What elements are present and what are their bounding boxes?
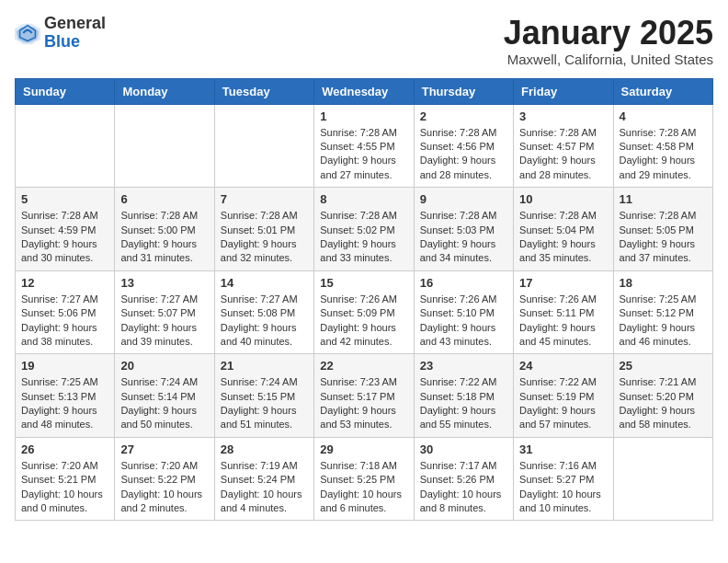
- cell-content: Sunrise: 7:28 AM Sunset: 4:59 PM Dayligh…: [21, 209, 108, 266]
- day-number: 30: [420, 442, 507, 456]
- calendar-cell: [214, 104, 313, 188]
- cell-content: Sunrise: 7:16 AM Sunset: 5:27 PM Dayligh…: [519, 459, 607, 516]
- calendar-cell: [613, 437, 712, 521]
- day-number: 10: [519, 192, 607, 206]
- calendar-cell: 27Sunrise: 7:20 AM Sunset: 5:22 PM Dayli…: [115, 437, 214, 521]
- calendar-cell: 9Sunrise: 7:28 AM Sunset: 5:03 PM Daylig…: [414, 188, 513, 271]
- day-number: 6: [120, 192, 208, 206]
- day-number: 28: [221, 442, 308, 456]
- calendar-cell: 7Sunrise: 7:28 AM Sunset: 5:01 PM Daylig…: [214, 188, 313, 271]
- cell-content: Sunrise: 7:27 AM Sunset: 5:07 PM Dayligh…: [120, 293, 208, 350]
- calendar-cell: 28Sunrise: 7:19 AM Sunset: 5:24 PM Dayli…: [214, 437, 313, 521]
- cell-content: Sunrise: 7:28 AM Sunset: 4:58 PM Dayligh…: [620, 126, 707, 183]
- calendar-cell: 21Sunrise: 7:24 AM Sunset: 5:15 PM Dayli…: [214, 354, 313, 438]
- cell-content: Sunrise: 7:25 AM Sunset: 5:13 PM Dayligh…: [21, 375, 108, 432]
- day-number: 11: [620, 192, 707, 206]
- weekday-header-friday: Friday: [514, 78, 613, 104]
- day-number: 29: [320, 442, 407, 456]
- weekday-header-thursday: Thursday: [414, 78, 513, 104]
- day-number: 20: [120, 359, 208, 373]
- day-number: 14: [221, 276, 308, 290]
- cell-content: Sunrise: 7:22 AM Sunset: 5:18 PM Dayligh…: [420, 375, 507, 432]
- day-number: 31: [519, 442, 607, 456]
- day-number: 8: [320, 192, 407, 206]
- calendar-cell: 18Sunrise: 7:25 AM Sunset: 5:12 PM Dayli…: [613, 270, 712, 354]
- day-number: 25: [620, 359, 707, 373]
- day-number: 16: [420, 276, 507, 290]
- cell-content: Sunrise: 7:26 AM Sunset: 5:09 PM Dayligh…: [320, 293, 407, 350]
- cell-content: Sunrise: 7:17 AM Sunset: 5:26 PM Dayligh…: [420, 459, 507, 516]
- cell-content: Sunrise: 7:19 AM Sunset: 5:24 PM Dayligh…: [221, 459, 308, 516]
- calendar-cell: 30Sunrise: 7:17 AM Sunset: 5:26 PM Dayli…: [414, 437, 513, 521]
- weekday-header-monday: Monday: [115, 78, 214, 104]
- day-number: 15: [320, 276, 407, 290]
- day-number: 27: [120, 442, 208, 456]
- calendar-cell: 5Sunrise: 7:28 AM Sunset: 4:59 PM Daylig…: [16, 188, 115, 271]
- logo-icon: [15, 20, 40, 46]
- day-number: 26: [21, 442, 108, 456]
- day-number: 22: [320, 359, 407, 373]
- cell-content: Sunrise: 7:24 AM Sunset: 5:14 PM Dayligh…: [120, 375, 208, 432]
- cell-content: Sunrise: 7:26 AM Sunset: 5:10 PM Dayligh…: [420, 293, 507, 350]
- day-number: 24: [519, 359, 607, 373]
- weekday-header-wednesday: Wednesday: [314, 78, 414, 104]
- calendar-cell: 12Sunrise: 7:27 AM Sunset: 5:06 PM Dayli…: [16, 270, 115, 354]
- calendar-table: SundayMondayTuesdayWednesdayThursdayFrid…: [15, 78, 713, 522]
- cell-content: Sunrise: 7:18 AM Sunset: 5:25 PM Dayligh…: [320, 459, 407, 516]
- calendar-cell: 26Sunrise: 7:20 AM Sunset: 5:21 PM Dayli…: [16, 437, 115, 521]
- calendar-cell: 25Sunrise: 7:21 AM Sunset: 5:20 PM Dayli…: [613, 354, 712, 438]
- calendar-cell: 8Sunrise: 7:28 AM Sunset: 5:02 PM Daylig…: [314, 188, 414, 271]
- cell-content: Sunrise: 7:26 AM Sunset: 5:11 PM Dayligh…: [519, 293, 607, 350]
- day-number: 7: [221, 192, 308, 206]
- cell-content: Sunrise: 7:28 AM Sunset: 5:03 PM Dayligh…: [420, 209, 507, 266]
- day-number: 12: [21, 276, 108, 290]
- calendar-cell: [115, 104, 214, 188]
- calendar-cell: 22Sunrise: 7:23 AM Sunset: 5:17 PM Dayli…: [314, 354, 414, 438]
- calendar-cell: 23Sunrise: 7:22 AM Sunset: 5:18 PM Dayli…: [414, 354, 513, 438]
- title-block: January 2025 Maxwell, California, United…: [504, 15, 713, 67]
- cell-content: Sunrise: 7:25 AM Sunset: 5:12 PM Dayligh…: [620, 293, 707, 350]
- day-number: 1: [320, 109, 407, 123]
- cell-content: Sunrise: 7:22 AM Sunset: 5:19 PM Dayligh…: [519, 375, 607, 432]
- cell-content: Sunrise: 7:24 AM Sunset: 5:15 PM Dayligh…: [221, 375, 308, 432]
- week-row-4: 19Sunrise: 7:25 AM Sunset: 5:13 PM Dayli…: [16, 354, 713, 438]
- day-number: 5: [21, 192, 108, 206]
- calendar-cell: 2Sunrise: 7:28 AM Sunset: 4:56 PM Daylig…: [414, 104, 513, 188]
- weekday-header-row: SundayMondayTuesdayWednesdayThursdayFrid…: [16, 78, 713, 104]
- day-number: 2: [420, 109, 507, 123]
- week-row-3: 12Sunrise: 7:27 AM Sunset: 5:06 PM Dayli…: [16, 270, 713, 354]
- calendar-cell: 20Sunrise: 7:24 AM Sunset: 5:14 PM Dayli…: [115, 354, 214, 438]
- calendar-cell: 6Sunrise: 7:28 AM Sunset: 5:00 PM Daylig…: [115, 188, 214, 271]
- day-number: 3: [519, 109, 607, 123]
- day-number: 19: [21, 359, 108, 373]
- weekday-header-saturday: Saturday: [613, 78, 712, 104]
- weekday-header-sunday: Sunday: [16, 78, 115, 104]
- calendar-cell: 1Sunrise: 7:28 AM Sunset: 4:55 PM Daylig…: [314, 104, 414, 188]
- cell-content: Sunrise: 7:28 AM Sunset: 4:57 PM Dayligh…: [519, 126, 607, 183]
- cell-content: Sunrise: 7:28 AM Sunset: 4:55 PM Dayligh…: [320, 126, 407, 183]
- calendar-cell: 13Sunrise: 7:27 AM Sunset: 5:07 PM Dayli…: [115, 270, 214, 354]
- calendar-cell: 11Sunrise: 7:28 AM Sunset: 5:05 PM Dayli…: [613, 188, 712, 271]
- calendar-cell: 19Sunrise: 7:25 AM Sunset: 5:13 PM Dayli…: [16, 354, 115, 438]
- week-row-5: 26Sunrise: 7:20 AM Sunset: 5:21 PM Dayli…: [16, 437, 713, 521]
- day-number: 23: [420, 359, 507, 373]
- weekday-header-tuesday: Tuesday: [214, 78, 313, 104]
- cell-content: Sunrise: 7:20 AM Sunset: 5:22 PM Dayligh…: [120, 459, 208, 516]
- month-title: January 2025: [504, 15, 713, 52]
- cell-content: Sunrise: 7:20 AM Sunset: 5:21 PM Dayligh…: [21, 459, 108, 516]
- calendar-cell: [16, 104, 115, 188]
- day-number: 18: [620, 276, 707, 290]
- cell-content: Sunrise: 7:28 AM Sunset: 4:56 PM Dayligh…: [420, 126, 507, 183]
- calendar-cell: 24Sunrise: 7:22 AM Sunset: 5:19 PM Dayli…: [514, 354, 613, 438]
- day-number: 9: [420, 192, 507, 206]
- cell-content: Sunrise: 7:21 AM Sunset: 5:20 PM Dayligh…: [620, 375, 707, 432]
- day-number: 4: [620, 109, 707, 123]
- day-number: 21: [221, 359, 308, 373]
- cell-content: Sunrise: 7:23 AM Sunset: 5:17 PM Dayligh…: [320, 375, 407, 432]
- cell-content: Sunrise: 7:28 AM Sunset: 5:05 PM Dayligh…: [620, 209, 707, 266]
- calendar-cell: 10Sunrise: 7:28 AM Sunset: 5:04 PM Dayli…: [514, 188, 613, 271]
- calendar-cell: 14Sunrise: 7:27 AM Sunset: 5:08 PM Dayli…: [214, 270, 313, 354]
- logo-text: General Blue: [44, 15, 106, 52]
- calendar-cell: 16Sunrise: 7:26 AM Sunset: 5:10 PM Dayli…: [414, 270, 513, 354]
- calendar-cell: 15Sunrise: 7:26 AM Sunset: 5:09 PM Dayli…: [314, 270, 414, 354]
